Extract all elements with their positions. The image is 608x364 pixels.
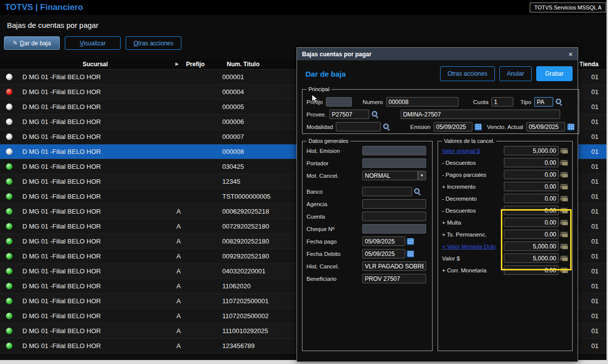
multa-label: + Multa	[442, 220, 504, 226]
valor-original-input[interactable]	[504, 146, 559, 155]
money-icon[interactable]	[560, 184, 568, 190]
magnifier-icon[interactable]	[414, 188, 421, 195]
column-arrow-icon[interactable]: ▶	[175, 62, 178, 66]
mot-cancel-label: Mot. Cancel.	[306, 173, 361, 179]
sucursal-column-header[interactable]: Sucursal	[18, 61, 172, 68]
dar-de-baja-button[interactable]: ✎ Dar de baja	[4, 36, 60, 50]
status-green-dot	[6, 298, 12, 304]
pagos-parciales-input[interactable]	[504, 170, 559, 179]
valor-row: Valor $	[442, 253, 568, 263]
corr-monetaria-input[interactable]	[504, 265, 559, 275]
tipo-magnifier-icon[interactable]	[555, 98, 563, 106]
status-cell	[0, 148, 18, 155]
incremento-label: + Incremento	[442, 184, 504, 190]
descuentos-1-input[interactable]	[504, 158, 559, 167]
sucursal-cell: D MG 01 -Filial BELO HOR	[18, 208, 172, 215]
prefijo-cell: A	[172, 252, 218, 260]
chevron-down-icon[interactable]: ▼	[418, 171, 426, 180]
decremento-row: - Decremento	[442, 194, 568, 203]
beneficiario-input[interactable]	[362, 274, 426, 283]
status-green-dot	[6, 193, 12, 200]
calendar-icon[interactable]	[407, 250, 414, 257]
tipo-input[interactable]	[534, 97, 553, 107]
ts-permanenc-input[interactable]	[504, 230, 559, 239]
mot-cancel-field: NORMAL▼	[362, 171, 426, 180]
agencia-input[interactable]	[362, 199, 426, 209]
modalidad-magnifier-icon[interactable]	[383, 123, 390, 130]
money-icon[interactable]	[560, 172, 568, 178]
emision-input[interactable]	[434, 122, 472, 131]
prefijo-label: Prefijo	[306, 99, 323, 105]
prefijo-cell: A	[172, 267, 218, 275]
hist-cancel-input[interactable]	[362, 261, 426, 271]
valor-moneda-dcto-input[interactable]	[504, 242, 559, 251]
modal-title: Bajas cuentas por pagar	[302, 51, 371, 58]
num-titulo-cell: 000001	[218, 73, 303, 81]
descuentos-2-label: - Descuentos	[442, 208, 504, 214]
valor-original-label[interactable]: Valor original $	[442, 148, 504, 154]
modal-titlebar[interactable]: Bajas cuentas por pagar ×	[297, 48, 578, 60]
otras-acciones-toolbar-button[interactable]: Otras acciones	[126, 36, 181, 50]
money-icon[interactable]	[560, 267, 568, 273]
decremento-input[interactable]	[504, 194, 559, 203]
money-icon[interactable]	[560, 148, 568, 154]
status-cell	[0, 104, 18, 110]
incremento-input[interactable]	[504, 182, 559, 191]
status-cell	[0, 298, 18, 304]
num-titulo-cell: 0006292025218	[218, 208, 303, 215]
emision-calendar-icon[interactable]	[474, 123, 482, 130]
mot-cancel-select[interactable]: NORMAL▼	[362, 171, 426, 180]
calendar-icon[interactable]	[407, 238, 414, 245]
vencto-calendar-icon[interactable]	[567, 123, 575, 130]
prefijo-cell: A	[172, 238, 218, 245]
anular-button[interactable]: Anular	[499, 66, 532, 81]
prefijo-input	[326, 97, 352, 107]
hist-emision-field	[362, 146, 426, 155]
cuenta-input[interactable]	[362, 212, 426, 221]
valor-moneda-dcto-label[interactable]: + Valor Moneda Dcto	[442, 243, 504, 249]
fecha-debito-input[interactable]	[362, 249, 405, 258]
beneficiario-row: Beneficiario	[306, 274, 428, 283]
fecha-debito-field	[362, 249, 414, 258]
grabar-button[interactable]: Grabar	[536, 66, 573, 81]
provee-input[interactable]	[329, 110, 369, 119]
beneficiario-field	[362, 274, 426, 283]
environment-badge[interactable]: TOTVS Servicios MSSQL A	[530, 2, 606, 12]
sucursal-cell: D MG 01 -Filial BELO HOR	[18, 118, 172, 125]
visualizar-button[interactable]: Visualizar	[65, 36, 121, 50]
valor-label: Valor $	[442, 255, 504, 261]
agencia-row: Agencia	[306, 199, 428, 209]
incremento-row: + Incremento	[442, 182, 568, 191]
banco-input[interactable]	[362, 187, 412, 196]
status-green-dot	[6, 313, 12, 319]
money-icon[interactable]	[560, 160, 568, 166]
close-icon[interactable]: ×	[569, 50, 573, 58]
money-icon[interactable]	[560, 208, 568, 214]
cheque-n-field	[362, 224, 426, 234]
num-titulo-column-header[interactable]: Num. Titulo	[218, 61, 303, 68]
provee-magnifier-icon[interactable]	[371, 111, 379, 118]
descuentos-2-input[interactable]	[504, 206, 559, 215]
prefijo-column-header[interactable]: ▶ Prefijo	[172, 61, 218, 68]
money-icon[interactable]	[560, 243, 568, 249]
num-titulo-cell: 1107202500001	[218, 297, 303, 305]
money-icon[interactable]	[560, 220, 568, 226]
money-icon[interactable]	[560, 196, 568, 202]
status-green-dot	[6, 163, 12, 170]
prefijo-cell: A	[172, 297, 218, 305]
provee-descripcion-input[interactable]	[401, 110, 560, 119]
money-icon[interactable]	[560, 232, 568, 238]
modalidad-input[interactable]	[336, 122, 381, 131]
valor-input[interactable]	[504, 253, 559, 263]
status-green-dot	[6, 268, 12, 274]
prefijo-cell: A	[172, 282, 218, 290]
cuota-input[interactable]	[491, 97, 513, 107]
vencto-actual-input[interactable]	[526, 122, 565, 131]
fecha-pago-input[interactable]	[362, 237, 405, 246]
num-titulo-cell: 040320220001	[218, 267, 303, 275]
multa-input[interactable]	[504, 218, 559, 227]
page-title: Bajas de cuentas por pagar	[0, 15, 607, 33]
money-icon[interactable]	[560, 255, 568, 261]
numero-input[interactable]	[386, 97, 458, 107]
otras-acciones-modal-button[interactable]: Otras acciones	[440, 66, 495, 81]
